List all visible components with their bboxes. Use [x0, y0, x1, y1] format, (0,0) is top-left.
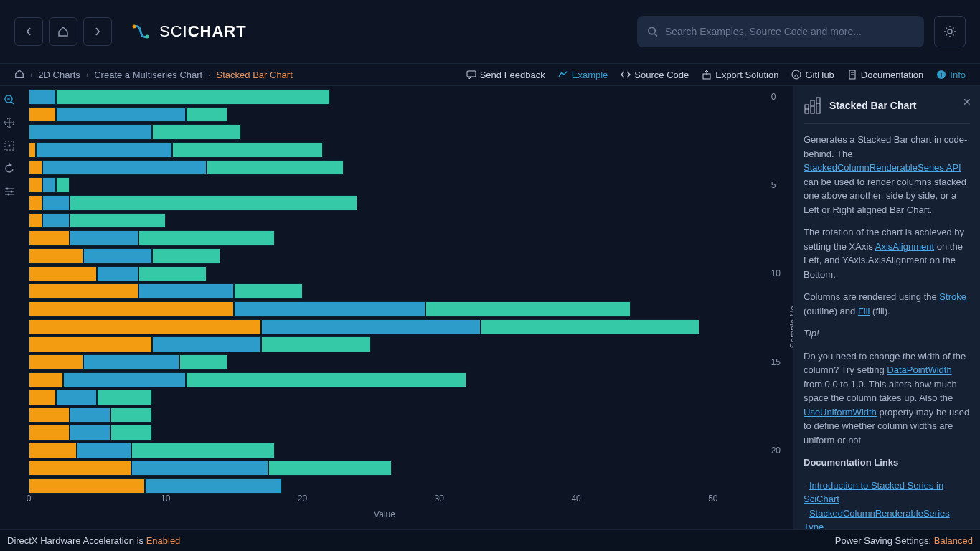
bar-segment[interactable]	[29, 354, 83, 370]
settings-button[interactable]	[934, 16, 966, 47]
bar-segment[interactable]	[29, 266, 97, 282]
bar-segment[interactable]	[29, 319, 261, 335]
bar-segment[interactable]	[70, 195, 357, 211]
bar-segment[interactable]	[29, 478, 145, 494]
bar-segment[interactable]	[261, 319, 480, 335]
bar-segment[interactable]	[36, 142, 173, 158]
bar-segment[interactable]	[29, 390, 56, 405]
bar-segment[interactable]	[131, 461, 268, 476]
box-zoom-tool[interactable]	[0, 136, 19, 155]
reset-tool[interactable]	[0, 159, 19, 178]
bar-segment[interactable]	[234, 283, 302, 299]
bar-segment[interactable]	[138, 283, 235, 299]
bar-segment[interactable]	[186, 107, 227, 123]
bar-segment[interactable]	[77, 443, 131, 458]
bar-segment[interactable]	[29, 213, 42, 229]
search-input[interactable]	[665, 26, 914, 37]
bar-segment[interactable]	[56, 107, 186, 123]
bar-segment[interactable]	[70, 408, 110, 423]
fill-link[interactable]: Fill	[858, 306, 870, 316]
bar-segment[interactable]	[261, 336, 371, 352]
stroke-link[interactable]: Stroke	[939, 291, 966, 302]
bar-segment[interactable]	[179, 354, 227, 370]
bar-segment[interactable]	[152, 336, 262, 352]
close-icon[interactable]: ✕	[963, 95, 971, 110]
datapointwidth-link[interactable]: DataPointWidth	[887, 364, 951, 375]
bar-segment[interactable]	[29, 301, 234, 317]
source-code-tab[interactable]: Source Code	[621, 70, 689, 80]
bar-segment[interactable]	[29, 142, 36, 158]
power-status[interactable]: Balanced	[934, 535, 973, 546]
bar-segment[interactable]	[42, 213, 70, 229]
bar-segment[interactable]	[56, 390, 97, 405]
bar-segment[interactable]	[110, 425, 151, 441]
bar-segment[interactable]	[152, 248, 220, 264]
bar-segment[interactable]	[425, 301, 631, 317]
bar-segment[interactable]	[145, 478, 282, 494]
breadcrumb-home-icon[interactable]	[14, 69, 24, 81]
export-solution-link[interactable]: Export Solution	[702, 70, 778, 80]
documentation-link[interactable]: Documentation	[847, 70, 923, 80]
bar-segment[interactable]	[268, 461, 392, 476]
bar-segment[interactable]	[42, 195, 70, 211]
bar-segment[interactable]	[110, 408, 151, 423]
bar-segment[interactable]	[70, 230, 138, 246]
nav-back-button[interactable]	[14, 17, 43, 46]
bar-segment[interactable]	[481, 319, 699, 335]
bar-segment[interactable]	[70, 425, 110, 441]
bar-segment[interactable]	[29, 248, 83, 264]
nav-home-button[interactable]	[49, 17, 77, 46]
bar-segment[interactable]	[83, 354, 179, 370]
bar-segment[interactable]	[29, 372, 63, 388]
pan-tool[interactable]	[0, 113, 19, 132]
example-tab[interactable]: Example	[558, 70, 608, 80]
bar-segment[interactable]	[29, 195, 42, 211]
bar-segment[interactable]	[207, 160, 344, 176]
bar-segment[interactable]	[97, 390, 151, 405]
bar-segment[interactable]	[70, 213, 166, 229]
api-link[interactable]: StackedColumnRenderableSeries API	[804, 162, 961, 173]
breadcrumb-multiseries[interactable]: Create a Multiseries Chart	[94, 70, 202, 80]
zoom-tool[interactable]	[0, 90, 19, 109]
bar-segment[interactable]	[131, 443, 275, 458]
logo[interactable]: SCICHART	[129, 20, 247, 43]
bar-segment[interactable]	[29, 283, 138, 299]
bar-segment[interactable]	[29, 443, 77, 458]
bar-segment[interactable]	[172, 142, 323, 158]
doc-link[interactable]: Introduction to Stacked Series in SciCha…	[804, 480, 943, 505]
bar-segment[interactable]	[29, 408, 70, 423]
github-link[interactable]: GitHub	[791, 70, 834, 80]
bar-segment[interactable]	[29, 89, 56, 105]
bar-segment[interactable]	[29, 461, 131, 476]
search-box[interactable]	[637, 16, 924, 47]
doc-link[interactable]: StackedColumnRenderableSeries Type	[804, 508, 950, 530]
bar-segment[interactable]	[29, 177, 42, 193]
nav-forward-button[interactable]	[83, 17, 112, 46]
bar-segment[interactable]	[138, 266, 207, 282]
options-tool[interactable]	[0, 182, 19, 201]
bar-segment[interactable]	[29, 124, 152, 140]
axisalignment-link[interactable]: AxisAlignment	[875, 241, 934, 252]
bar-segment[interactable]	[83, 248, 151, 264]
hw-accel-status[interactable]: Enabled	[146, 535, 181, 546]
bar-segment[interactable]	[56, 89, 330, 105]
bar-segment[interactable]	[63, 372, 187, 388]
bar-segment[interactable]	[29, 230, 70, 246]
bar-segment[interactable]	[29, 107, 56, 123]
useuniformwidth-link[interactable]: UseUniformWidth	[804, 407, 877, 418]
bar-segment[interactable]	[29, 160, 42, 176]
info-link[interactable]: i Info	[936, 70, 966, 80]
bar-segment[interactable]	[29, 425, 70, 441]
bar-segment[interactable]	[152, 124, 241, 140]
bar-segment[interactable]	[29, 336, 152, 352]
bar-segment[interactable]	[42, 160, 207, 176]
bar-segment[interactable]	[234, 301, 425, 317]
bar-segment[interactable]	[97, 266, 138, 282]
bar-segment[interactable]	[138, 230, 275, 246]
bar-segment[interactable]	[56, 177, 70, 193]
breadcrumb-2d-charts[interactable]: 2D Charts	[38, 70, 80, 80]
send-feedback-link[interactable]: Send Feedback	[466, 70, 545, 80]
bar-segment[interactable]	[42, 177, 56, 193]
chart-area[interactable]: 05101520 Sample No 01020304050 Value	[22, 86, 793, 529]
bar-segment[interactable]	[186, 372, 466, 388]
